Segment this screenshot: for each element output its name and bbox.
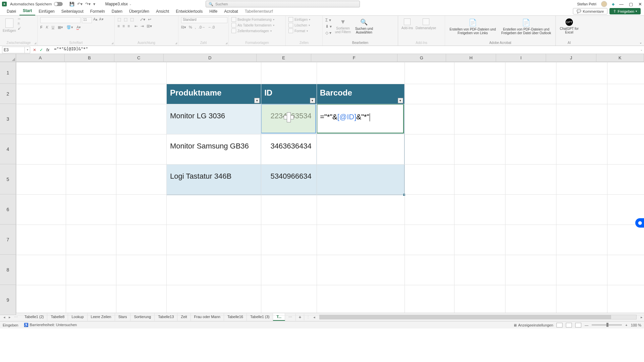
column-header[interactable]: F xyxy=(311,54,397,62)
user-name[interactable]: Stefan Petri xyxy=(577,2,596,6)
undo-icon[interactable]: ↶▾ xyxy=(77,2,83,6)
cancel-formula-button[interactable]: ✕ xyxy=(33,48,36,52)
sheet-tab[interactable]: Stars xyxy=(115,313,131,321)
editing-cell[interactable]: ="*"&[@ID]&"*" xyxy=(317,104,404,133)
bold-button[interactable]: F xyxy=(40,25,43,29)
column-header[interactable]: A xyxy=(16,54,65,62)
table-cell[interactable]: Logi Tastatur 346B xyxy=(167,165,261,195)
maximize-button[interactable]: ▢ xyxy=(629,2,633,7)
sheet-overflow-button[interactable]: ⋯ xyxy=(285,314,296,321)
zoom-out-button[interactable]: — xyxy=(585,323,588,327)
confirm-formula-button[interactable]: ✓ xyxy=(40,48,43,52)
sheet-tab[interactable]: Sortierung xyxy=(130,313,155,321)
name-box[interactable]: E3 xyxy=(2,47,25,53)
row-header[interactable]: 3 xyxy=(0,104,16,134)
insert-cells-button[interactable]: Einfügen▾ xyxy=(288,17,310,22)
font-name-input[interactable] xyxy=(40,17,80,23)
sheet-first-button[interactable]: ◂ xyxy=(3,315,5,319)
chatgpt-button[interactable]: GPTChatGPT for Excel xyxy=(558,17,580,34)
add-sheet-button[interactable]: + xyxy=(296,314,304,320)
status-accessibility[interactable]: Barrierefreiheit: Untersuchen xyxy=(30,323,77,327)
dropbox-badge-icon[interactable]: ⬢ xyxy=(635,218,644,228)
sheet-tab[interactable]: Tabelle13 xyxy=(155,313,177,321)
paste-button[interactable]: Einfügen xyxy=(3,17,16,33)
table-cell[interactable] xyxy=(317,134,404,165)
fill-button[interactable]: ⬇ ▾ xyxy=(325,24,332,29)
col-header-barcode[interactable]: Barcode ▾ xyxy=(317,84,404,104)
table-cell[interactable]: Monitor Samsung GB36 xyxy=(167,134,261,165)
comments-button[interactable]: 💬Kommentare xyxy=(573,8,607,14)
horizontal-scrollbar[interactable] xyxy=(319,315,637,319)
cut-button[interactable]: ✂ xyxy=(18,17,21,21)
align-left-button[interactable]: ≡ xyxy=(117,24,120,28)
column-header[interactable]: D xyxy=(164,54,257,62)
fx-button[interactable]: fx xyxy=(46,48,49,52)
grow-font-button[interactable]: A▴ xyxy=(93,17,98,23)
align-bottom-button[interactable]: ⬚ xyxy=(130,17,134,22)
table-cell[interactable]: 5340966634 xyxy=(261,165,317,195)
underline-button[interactable]: U xyxy=(52,25,54,29)
autosum-button[interactable]: Σ ▾ xyxy=(325,18,332,22)
save-icon[interactable]: 💾 xyxy=(69,2,74,6)
expand-formula-bar-button[interactable]: ⌄ xyxy=(639,48,644,51)
qat-more-icon[interactable]: ▾ xyxy=(93,2,95,6)
find-select-button[interactable]: 🔍 Suchen und Auswählen xyxy=(354,17,374,34)
tab-hilfe[interactable]: Hilfe xyxy=(206,8,221,15)
tab-ueberpruefen[interactable]: Überprüfen xyxy=(126,8,153,15)
column-header[interactable]: B xyxy=(65,54,114,62)
row-header[interactable]: 2 xyxy=(0,84,16,104)
table-cell[interactable]: 3463636434 xyxy=(261,134,317,165)
pdf-share-outlook-button[interactable]: 📄Erstellen von PDF-Dateien und Freigeben… xyxy=(500,17,553,35)
filter-produktname-button[interactable]: ▾ xyxy=(254,98,260,103)
sheet-tab[interactable]: Zeit xyxy=(177,313,191,321)
col-header-produktname[interactable]: Produktname ▾ xyxy=(167,84,261,104)
zoom-level[interactable]: 100 % xyxy=(631,323,641,327)
tab-acrobat[interactable]: Acrobat xyxy=(221,8,241,15)
align-right-button[interactable]: ≡ xyxy=(127,24,130,28)
decrease-decimal-button[interactable]: ←.0 xyxy=(208,25,215,29)
tab-entwicklertools[interactable]: Entwicklertools xyxy=(172,8,206,15)
view-normal-button[interactable] xyxy=(556,323,562,327)
font-launcher[interactable]: ◢ xyxy=(111,42,113,45)
close-button[interactable]: ✕ xyxy=(638,2,642,7)
clear-button[interactable]: ◇ ▾ xyxy=(325,31,332,35)
table-cell[interactable]: Monitor LG 3036 xyxy=(167,104,261,134)
font-size-input[interactable]: 11 xyxy=(82,17,92,23)
hscroll-right-button[interactable]: ▸ xyxy=(639,315,644,319)
sort-filter-button[interactable]: ▼ Sortieren und Filtern xyxy=(334,17,352,34)
select-all-button[interactable] xyxy=(0,54,16,62)
redo-icon[interactable]: ↷▾ xyxy=(85,2,91,6)
conditional-format-button[interactable]: Bedingte Formatierung▾ xyxy=(231,17,274,22)
share-button[interactable]: ⇪Freigeben▾ xyxy=(609,8,641,14)
format-as-table-button[interactable]: Als Tabelle formatieren▾ xyxy=(231,23,274,27)
collapse-ribbon-button[interactable]: ⌄ xyxy=(639,41,642,44)
fill-color-button[interactable]: 🪣▾ xyxy=(66,25,73,29)
autosave-toggle[interactable] xyxy=(54,2,63,6)
sheet-tab[interactable]: Leere Zeilen xyxy=(88,313,115,321)
align-center-button[interactable]: ≡ xyxy=(122,24,125,28)
tab-einfuegen[interactable]: Einfügen xyxy=(35,8,58,15)
align-top-button[interactable]: ⬚ xyxy=(117,17,121,22)
italic-button[interactable]: K xyxy=(46,25,48,29)
formula-input[interactable]: ="*"&[@ID]&"*" xyxy=(52,47,639,53)
merge-button[interactable]: ⊞▾ xyxy=(147,24,152,28)
sheet-tab[interactable]: Frau oder Mann xyxy=(191,313,224,321)
zoom-in-button[interactable]: + xyxy=(625,323,627,327)
currency-button[interactable]: ₪▾ xyxy=(181,25,186,29)
row-header[interactable]: 6 xyxy=(0,194,16,225)
sheet-tab[interactable]: Tabelle8 xyxy=(47,313,68,321)
sheet-tab[interactable]: Tabelle1 (2) xyxy=(21,313,47,321)
tab-tabellenentwurf[interactable]: Tabellenentwurf xyxy=(241,8,276,15)
sheet-menu-button[interactable]: ⋯ xyxy=(14,315,18,319)
number-launcher[interactable]: ◢ xyxy=(225,42,227,45)
tab-daten[interactable]: Daten xyxy=(108,8,126,15)
delete-cells-button[interactable]: Löschen▾ xyxy=(288,23,310,27)
border-button[interactable]: ▦▾ xyxy=(58,25,63,29)
sheet-tab[interactable]: Lookup xyxy=(68,313,87,321)
addins-button[interactable]: Add-Ins xyxy=(401,17,414,30)
align-launcher[interactable]: ◢ xyxy=(175,42,177,45)
format-cells-button[interactable]: Format▾ xyxy=(288,28,310,33)
tab-start[interactable]: Start xyxy=(19,7,35,15)
row-header[interactable]: 4 xyxy=(0,134,16,164)
shrink-font-button[interactable]: A▾ xyxy=(99,17,103,23)
